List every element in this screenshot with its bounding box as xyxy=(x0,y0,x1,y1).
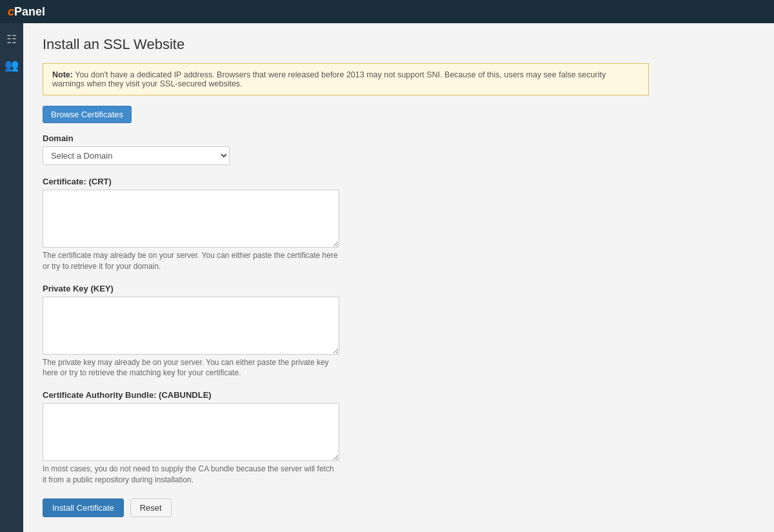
private-key-hint: The private key may already be on your s… xyxy=(43,357,339,379)
browse-certificates-button[interactable]: Browse Certificates xyxy=(43,106,132,123)
private-key-textarea[interactable] xyxy=(43,297,339,355)
domain-section: Domain Select a Domain xyxy=(43,133,755,165)
reset-button[interactable]: Reset xyxy=(130,498,172,517)
page-title: Install an SSL Website xyxy=(43,36,755,53)
note-text: You don't have a dedicated IP address. B… xyxy=(52,70,606,88)
certificate-label: Certificate: (CRT) xyxy=(43,177,755,186)
logo-text: cPanel xyxy=(8,5,45,19)
private-key-label: Private Key (KEY) xyxy=(43,284,755,293)
action-buttons: Install Certificate Reset xyxy=(43,498,755,517)
note-box: Note: You don't have a dedicated IP addr… xyxy=(43,63,649,95)
cabundle-label: Certificate Authority Bundle: (CABUNDLE) xyxy=(43,390,755,400)
certificate-section: Certificate: (CRT) The certificate may a… xyxy=(43,177,755,272)
install-certificate-button[interactable]: Install Certificate xyxy=(43,498,124,517)
main-content: Install an SSL Website Note: You don't h… xyxy=(23,23,774,532)
sidebar: ☷ 👥 xyxy=(0,23,23,532)
note-label: Note: xyxy=(52,70,73,79)
private-key-section: Private Key (KEY) The private key may al… xyxy=(43,284,755,379)
sidebar-grid-icon[interactable]: ☷ xyxy=(2,30,21,49)
domain-label: Domain xyxy=(43,133,755,143)
cabundle-hint: In most cases, you do not need to supply… xyxy=(43,464,339,486)
domain-select[interactable]: Select a Domain xyxy=(43,146,230,165)
sidebar-users-icon[interactable]: 👥 xyxy=(2,55,21,75)
certificate-textarea[interactable] xyxy=(43,190,339,248)
certificate-hint: The certificate may already be on your s… xyxy=(43,250,339,272)
cabundle-textarea[interactable] xyxy=(43,403,339,461)
cabundle-section: Certificate Authority Bundle: (CABUNDLE)… xyxy=(43,390,755,486)
cpanel-logo: cPanel xyxy=(8,5,45,19)
